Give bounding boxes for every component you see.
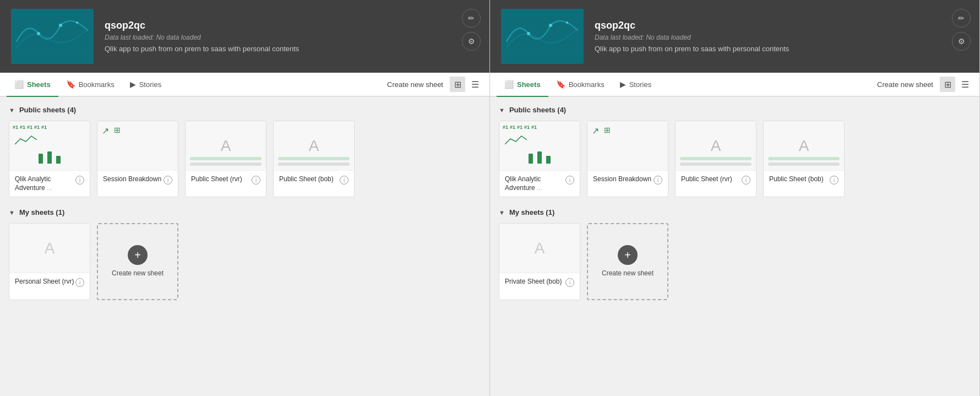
plus-icon-left: + (128, 245, 148, 265)
sheet-label-session-right: Session Breakdown i (587, 171, 668, 189)
sheet-label-rvr-right: Public Sheet (rvr) i (676, 171, 756, 189)
plus-icon-right: + (618, 245, 638, 265)
create-new-button-left[interactable]: Create new sheet (387, 80, 443, 89)
public-sheets-header-left[interactable]: ▼ Public sheets (4) (9, 106, 481, 114)
app-title-right: qsop2qc (595, 20, 968, 31)
stories-icon-right: ▶ (620, 80, 626, 89)
svg-point-2 (59, 24, 62, 27)
app-header-left: qsop2qc Data last loaded: No data loaded… (0, 0, 489, 73)
chevron-my-right: ▼ (499, 209, 505, 216)
sheets-icon-right: ⬜ (504, 80, 514, 89)
list-view-button-right[interactable]: ☰ (957, 77, 973, 92)
view-toggle-right: ⊞ ☰ (940, 77, 973, 92)
tab-sheets-right[interactable]: ⬜ Sheets (497, 73, 548, 97)
create-card-label-right: Create new sheet (602, 269, 654, 278)
grid-view-button-left[interactable]: ⊞ (450, 77, 465, 92)
sheet-card-analytic-adventure-right[interactable]: #1 #1 #1 #1 #1 (499, 121, 580, 197)
sheet-card-public-rvr-right[interactable]: A Public Sheet (rvr) i (675, 121, 756, 197)
sheet-thumb-analytic-right: #1 #1 #1 #1 #1 (499, 121, 580, 171)
svg-point-9 (566, 21, 568, 24)
sheet-label-bob-right: Public Sheet (bob) i (764, 171, 844, 189)
app-title-left: qsop2qc (105, 20, 478, 31)
app-actions-right: ✏ ⚙ (952, 9, 971, 51)
sheet-label-bob-left: Public Sheet (bob) i (274, 171, 354, 189)
info-icon-analytic-right[interactable]: i (565, 176, 574, 185)
grid-view-button-right[interactable]: ⊞ (940, 77, 955, 92)
stories-icon-left: ▶ (130, 80, 136, 89)
content-area-left: ▼ Public sheets (4) #1 #1 #1 #1 #1 (0, 97, 489, 396)
public-sheets-header-right[interactable]: ▼ Public sheets (4) (499, 106, 971, 114)
sheet-label-rvr-left: Public Sheet (rvr) i (186, 171, 266, 189)
tab-sheets-left[interactable]: ⬜ Sheets (7, 73, 58, 97)
my-sheets-header-left[interactable]: ▼ My sheets (1) (9, 208, 481, 216)
sheets-icon-left: ⬜ (14, 80, 24, 89)
sheet-card-session-left[interactable]: ↗ ⊞ Session Breakdown i (97, 121, 178, 197)
app-thumbnail-right[interactable] (501, 9, 584, 64)
svg-point-3 (76, 21, 78, 24)
sheet-thumb-session-right: ↗ ⊞ (587, 121, 668, 171)
create-card-label-left: Create new sheet (112, 269, 164, 278)
create-card-right[interactable]: + Create new sheet (587, 223, 668, 300)
tab-bookmarks-right[interactable]: 🔖 Bookmarks (548, 73, 612, 97)
edit-button-right[interactable]: ✏ (952, 9, 971, 28)
sheet-thumb-session-left: ↗ ⊞ (97, 121, 178, 171)
view-toggle-left: ⊞ ☰ (450, 77, 483, 92)
sheet-label-analytic-left: Qlik Analytic Adventure ... i (9, 171, 90, 197)
sheet-card-analytic-adventure-left[interactable]: #1 #1 #1 #1 #1 (9, 121, 90, 197)
edit-button-left[interactable]: ✏ (462, 9, 481, 28)
tabs-bar-right: ⬜ Sheets 🔖 Bookmarks ▶ Stories Create ne… (490, 73, 979, 97)
info-icon-bob-right[interactable]: i (830, 176, 839, 185)
tab-stories-right[interactable]: ▶ Stories (612, 73, 659, 97)
my-sheets-header-right[interactable]: ▼ My sheets (1) (499, 208, 971, 216)
app-thumbnail-left[interactable] (11, 9, 94, 64)
info-icon-rvr-right[interactable]: i (742, 176, 750, 185)
sheet-thumb-bob-right: A (764, 121, 844, 171)
app-subtitle-left: Data last loaded: No data loaded (105, 34, 478, 41)
sheet-thumb-rvr-right: A (676, 121, 756, 171)
app-header-right: qsop2qc Data last loaded: No data loaded… (490, 0, 979, 73)
app-subtitle-right: Data last loaded: No data loaded (595, 34, 968, 41)
sheet-card-session-right[interactable]: ↗ ⊞ Session Breakdown i (587, 121, 668, 197)
sheet-thumb-analytic-left: #1 #1 #1 #1 #1 (9, 121, 90, 171)
info-icon-bob-left[interactable]: i (340, 176, 349, 185)
sheet-card-public-bob-right[interactable]: A Public Sheet (bob) i (763, 121, 845, 197)
info-icon-session-left[interactable]: i (164, 176, 172, 185)
public-sheets-grid-right: #1 #1 #1 #1 #1 (499, 121, 971, 197)
right-panel: qsop2qc Data last loaded: No data loaded… (490, 0, 980, 396)
svg-point-7 (527, 32, 530, 35)
app-description-right: Qlik app to push from on prem to saas wi… (595, 45, 968, 53)
info-icon-session-right[interactable]: i (654, 176, 662, 185)
public-sheets-grid-left: #1 #1 #1 #1 #1 (9, 121, 481, 197)
info-icon-analytic-left[interactable]: i (75, 176, 84, 185)
tab-stories-left[interactable]: ▶ Stories (122, 73, 169, 97)
sheet-thumb-private-right: A (499, 224, 580, 273)
content-area-right: ▼ Public sheets (4) #1 #1 #1 #1 #1 (490, 97, 979, 396)
tab-bookmarks-left[interactable]: 🔖 Bookmarks (58, 73, 122, 97)
chevron-public-right: ▼ (499, 107, 505, 113)
chevron-public-left: ▼ (9, 107, 15, 113)
settings-button-right[interactable]: ⚙ (952, 32, 971, 51)
left-panel: qsop2qc Data last loaded: No data loaded… (0, 0, 490, 396)
svg-point-1 (37, 32, 40, 35)
sheet-label-session-left: Session Breakdown i (97, 171, 178, 189)
info-icon-private-right[interactable]: i (565, 278, 574, 287)
my-sheets-grid-left: A Personal Sheet (rvr) i + Create new sh… (9, 223, 481, 300)
app-actions-left: ✏ ⚙ (462, 9, 481, 51)
sheet-thumb-rvr-left: A (186, 121, 266, 171)
sheet-card-public-rvr-left[interactable]: A Public Sheet (rvr) i (185, 121, 266, 197)
sheet-label-private-right: Private Sheet (bob) i (499, 273, 580, 291)
create-card-left[interactable]: + Create new sheet (97, 223, 178, 300)
settings-button-left[interactable]: ⚙ (462, 32, 481, 51)
app-info-right: qsop2qc Data last loaded: No data loaded… (595, 20, 968, 53)
my-sheets-grid-right: A Private Sheet (bob) i + Create new she… (499, 223, 971, 300)
list-view-button-left[interactable]: ☰ (467, 77, 483, 92)
info-icon-rvr-left[interactable]: i (252, 176, 260, 185)
sheet-card-public-bob-left[interactable]: A Public Sheet (bob) i (273, 121, 355, 197)
info-icon-personal-left[interactable]: i (75, 278, 84, 287)
sheet-card-personal-left[interactable]: A Personal Sheet (rvr) i (9, 223, 90, 300)
create-new-button-right[interactable]: Create new sheet (877, 80, 933, 89)
bookmarks-icon-left: 🔖 (66, 80, 75, 89)
chevron-my-left: ▼ (9, 209, 15, 216)
tabs-bar-left: ⬜ Sheets 🔖 Bookmarks ▶ Stories Create ne… (0, 73, 489, 97)
sheet-card-private-bob-right[interactable]: A Private Sheet (bob) i (499, 223, 580, 300)
